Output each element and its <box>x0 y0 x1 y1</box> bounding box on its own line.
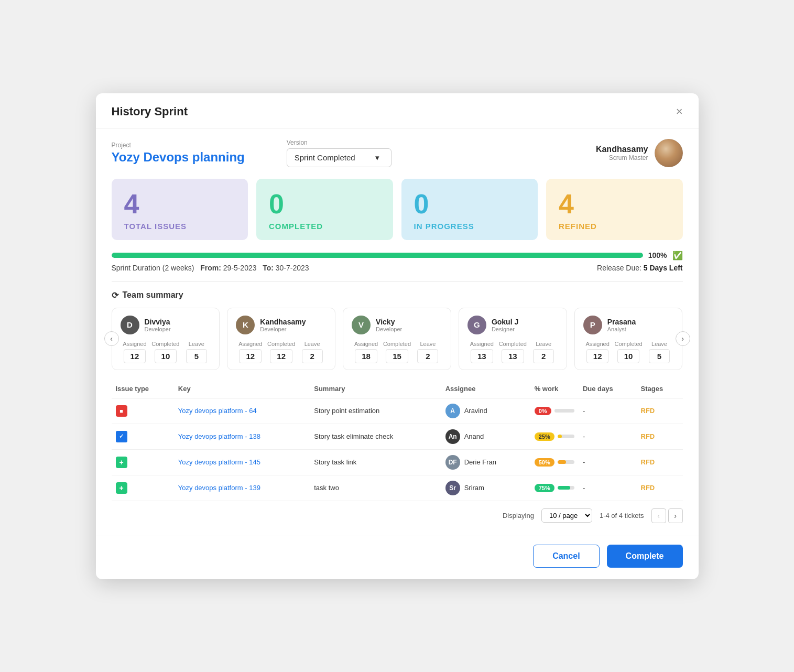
progress-bar <box>112 253 643 258</box>
issue-type-icon: ■ <box>116 405 127 417</box>
issue-type-cell: ■ <box>112 398 174 424</box>
check-icon: ✅ <box>672 251 683 261</box>
issue-key-cell: Yozy devops platform - 64 <box>174 398 310 424</box>
version-selected: Sprint Completed <box>295 153 355 162</box>
from-label: From: <box>200 264 223 272</box>
issue-type-icon: + <box>116 482 127 494</box>
issues-table: Issue type Key Summary Assignee % work D… <box>112 380 683 501</box>
per-page-select[interactable]: 10 / page 20 / page 50 / page <box>541 508 592 523</box>
team-stats: Assigned 12 Completed 10 Leave 5 <box>583 341 674 363</box>
team-cards: D Divviya Developer Assigned 12 <box>112 308 683 370</box>
work-cell: 75% <box>530 475 579 501</box>
stat-label-completed: COMPLETED <box>269 222 380 231</box>
team-card-kandhasamy: K Kandhasamy Developer Assigned 12 <box>227 308 335 370</box>
issue-type-cell: + <box>112 449 174 475</box>
assignee-avatar: DF <box>445 455 460 470</box>
assignee-cell: DF Derie Fran <box>441 449 530 475</box>
project-section: Project Yozy Devops planning <box>112 142 245 165</box>
team-member-name: Vicky <box>376 318 402 326</box>
progress-bar-inner <box>112 253 643 258</box>
stat-in-progress: 0 IN PROGRESS <box>401 179 538 240</box>
issue-type-cell: + <box>112 475 174 501</box>
issue-key-cell: Yozy devops platform - 138 <box>174 424 310 449</box>
summary-cell: Story task eliminate check <box>310 424 441 449</box>
assignee-avatar: Sr <box>445 481 460 495</box>
col-issue-type: Issue type <box>112 380 174 398</box>
avatar-kandhasamy: K <box>236 316 255 334</box>
issue-key-link[interactable]: Yozy devops platform - 145 <box>178 458 260 466</box>
stage-cell: RFD <box>637 398 683 424</box>
progress-bar-row: 100% ✅ <box>112 251 683 261</box>
modal-body: Project Yozy Devops planning Version Spr… <box>96 128 699 536</box>
issue-key-link[interactable]: Yozy devops platform - 139 <box>178 484 260 492</box>
stage-cell: RFD <box>637 449 683 475</box>
complete-button[interactable]: Complete <box>607 545 683 568</box>
team-prev-button[interactable]: ‹ <box>104 331 119 346</box>
team-card-vicky: V Vicky Developer Assigned 18 <box>343 308 451 370</box>
version-select[interactable]: Sprint Completed ▾ <box>287 148 391 167</box>
work-bar <box>558 435 574 438</box>
prev-page-button[interactable]: ‹ <box>651 508 666 523</box>
stage-cell: RFD <box>637 475 683 501</box>
table-row: + Yozy devops platform - 139 task two Sr… <box>112 475 683 501</box>
user-section: Kandhasamy Scrum Master <box>596 139 683 167</box>
due-cell: - <box>579 424 637 449</box>
due-cell: - <box>579 475 637 501</box>
work-cell: 0% <box>530 398 579 424</box>
issue-key-link[interactable]: Yozy devops platform - 138 <box>178 432 260 440</box>
close-button[interactable]: × <box>676 106 683 117</box>
work-bar <box>554 409 574 413</box>
displaying-label: Displaying <box>503 512 534 519</box>
stat-number-completed: 0 <box>269 190 380 218</box>
stat-completed: 0 COMPLETED <box>256 179 393 240</box>
next-page-button[interactable]: › <box>668 508 683 523</box>
summary-cell: Story point estimation <box>310 398 441 424</box>
to-label: To: <box>263 264 276 272</box>
team-card-header: V Vicky Developer <box>352 316 442 334</box>
team-member-name: Kandhasamy <box>260 318 306 326</box>
assignee-name: Aravind <box>464 407 487 415</box>
summary-cell: task two <box>310 475 441 501</box>
issue-key-cell: Yozy devops platform - 139 <box>174 475 310 501</box>
sprint-info: Sprint Duration (2 weeks) From: 29-5-202… <box>112 264 683 272</box>
col-work: % work <box>530 380 579 398</box>
stat-number-total: 4 <box>124 190 236 218</box>
stat-total-issues: 4 TOTAL ISSUES <box>112 179 248 240</box>
summary-cell: Story task link <box>310 449 441 475</box>
team-member-name: Prasana <box>607 318 636 326</box>
stat-number-refined: 4 <box>559 190 670 218</box>
stage-cell: RFD <box>637 424 683 449</box>
team-stats: Assigned 13 Completed 13 Leave 2 <box>467 341 558 363</box>
assignee-avatar: An <box>445 429 460 444</box>
team-card-header: P Prasana Analyst <box>583 316 674 334</box>
chevron-down-icon: ▾ <box>375 153 379 162</box>
pagination-row: Displaying 10 / page 20 / page 50 / page… <box>112 508 683 523</box>
assignee-cell: Sr Sriram <box>441 475 530 501</box>
team-card-header: G Gokul J Designer <box>467 316 558 334</box>
team-summary-section: ⟳ Team summary ‹ D Divviya Developer <box>112 290 683 370</box>
col-due: Due days <box>579 380 637 398</box>
work-pill: 50% <box>535 458 554 467</box>
col-assignee: Assignee <box>441 380 530 398</box>
team-stats: Assigned 12 Completed 12 Leave 2 <box>236 341 327 363</box>
team-next-button[interactable]: › <box>676 331 690 346</box>
team-card-gokul: G Gokul J Designer Assigned 13 <box>459 308 567 370</box>
assignee-avatar: A <box>445 404 460 418</box>
stat-refined: 4 REFINED <box>546 179 683 240</box>
version-section: Version Sprint Completed ▾ <box>287 139 391 167</box>
avatar <box>655 139 683 167</box>
issue-key-link[interactable]: Yozy devops platform - 64 <box>178 407 257 415</box>
col-stages: Stages <box>637 380 683 398</box>
page-range: 1-4 of 4 tickets <box>600 512 644 519</box>
team-member-role: Developer <box>145 326 171 332</box>
team-cards-wrapper: ‹ D Divviya Developer Assigned <box>112 308 683 370</box>
cancel-button[interactable]: Cancel <box>533 545 599 568</box>
modal-header: History Sprint × <box>96 93 699 128</box>
table-row: ■ Yozy devops platform - 64 Story point … <box>112 398 683 424</box>
stat-label-refined: REFINED <box>559 222 670 231</box>
due-cell: - <box>579 449 637 475</box>
team-card-prasana: P Prasana Analyst Assigned 12 <box>574 308 683 370</box>
release-due: Release Due: 5 Days Left <box>597 264 682 272</box>
team-icon: ⟳ <box>112 290 118 300</box>
user-role: Scrum Master <box>596 154 648 161</box>
